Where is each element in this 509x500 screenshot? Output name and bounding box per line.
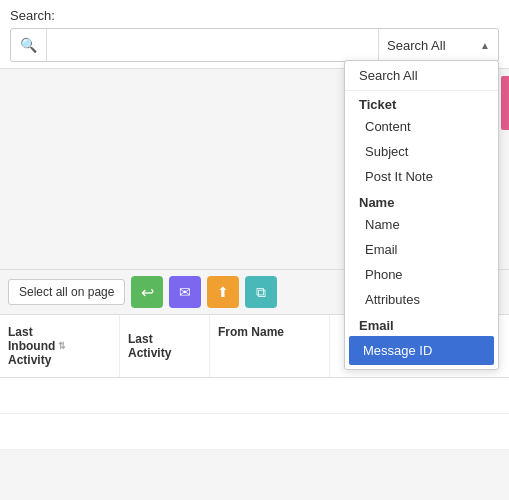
table-row[interactable] <box>0 378 509 414</box>
dropdown-group-ticket: Ticket <box>345 91 498 114</box>
reply-button[interactable]: ↩ <box>131 276 163 308</box>
reply-icon: ↩ <box>141 283 154 302</box>
last-inbound-label: LastInboundActivity <box>8 325 55 367</box>
table-header-from-name[interactable]: From Name <box>210 315 330 377</box>
search-section: Search: 🔍 Search All ▲ Search All Ticket… <box>0 0 509 69</box>
sort-icon: ⇅ <box>58 341 66 351</box>
copy-icon: ⧉ <box>256 284 266 301</box>
dropdown-group-email: Email <box>345 312 498 335</box>
dropdown-item-content[interactable]: Content <box>345 114 498 139</box>
share-icon: ⬆ <box>217 284 229 300</box>
dropdown-item-search-all[interactable]: Search All <box>345 61 498 90</box>
table-header-last-inbound[interactable]: LastInboundActivity ⇅ <box>0 315 120 377</box>
email-icon: ✉ <box>179 284 191 300</box>
search-bar: 🔍 Search All ▲ <box>10 28 499 62</box>
dropdown-item-email[interactable]: Email <box>345 237 498 262</box>
table-row[interactable] <box>0 414 509 450</box>
dropdown-item-post-it-note[interactable]: Post It Note <box>345 164 498 189</box>
chevron-up-icon: ▲ <box>480 40 490 51</box>
search-icon-btn[interactable]: 🔍 <box>11 29 47 61</box>
dropdown-item-phone[interactable]: Phone <box>345 262 498 287</box>
search-input[interactable] <box>47 29 378 61</box>
table-header-last-activity[interactable]: LastActivity <box>120 315 210 377</box>
dropdown-item-subject[interactable]: Subject <box>345 139 498 164</box>
select-all-button[interactable]: Select all on page <box>8 279 125 305</box>
last-activity-label: LastActivity <box>128 332 171 360</box>
search-label: Search: <box>10 8 499 23</box>
dropdown-item-name[interactable]: Name <box>345 212 498 237</box>
search-all-trigger[interactable]: Search All ▲ <box>378 29 498 61</box>
from-name-label: From Name <box>218 325 284 339</box>
email-button[interactable]: ✉ <box>169 276 201 308</box>
dropdown-group-name: Name <box>345 189 498 212</box>
copy-button[interactable]: ⧉ <box>245 276 277 308</box>
dropdown-item-message-id[interactable]: Message ID <box>349 336 494 365</box>
share-button[interactable]: ⬆ <box>207 276 239 308</box>
dropdown-item-attributes[interactable]: Attributes <box>345 287 498 312</box>
pink-accent-bar <box>501 76 509 130</box>
search-all-label: Search All <box>387 38 446 53</box>
table-body <box>0 378 509 450</box>
search-icon: 🔍 <box>20 37 37 53</box>
search-dropdown: Search All Ticket Content Subject Post I… <box>344 60 499 370</box>
